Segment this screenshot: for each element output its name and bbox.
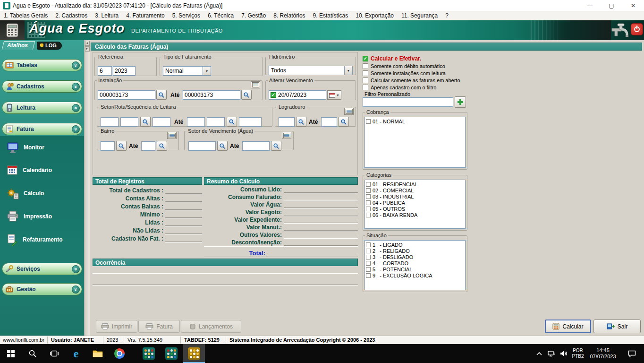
sidebar-item-gestao[interactable]: Gestão » [2,283,82,295]
fiorilli-app-icon-1[interactable] [138,344,160,363]
list-lookup-icon[interactable] [251,81,260,88]
sidebar-item-servicos[interactable]: Serviços » [2,263,82,275]
checkbox[interactable] [363,70,368,76]
sidebar-splitter[interactable]: ◄ ► [84,40,90,336]
checkbox[interactable] [366,207,371,211]
checkbox[interactable] [366,194,371,199]
menu-item-tecnica[interactable]: 6. Técnica [204,12,237,19]
checkbox[interactable] [363,78,368,83]
tray-expand-button[interactable] [534,344,545,363]
chevron-down-icon[interactable]: » [72,285,80,294]
menu-item-leitura[interactable]: 3. Leitura [91,12,122,19]
list-item[interactable]: 2 - RELIGADO [366,248,464,254]
instalacao-to-search-button[interactable] [241,90,252,100]
situacao-listbox[interactable]: 1 - LIGADO 2 - RELIGADO 3 - DESLIGADO 4 … [364,240,466,290]
checkbox[interactable] [366,188,371,193]
setor-vencimento-to-input[interactable] [242,141,270,151]
logradouro-from-input[interactable] [279,117,295,127]
referencia-year-input[interactable] [113,66,136,76]
option-instalacoes-com-leitura[interactable]: Somente instalações com leitura [363,70,446,76]
categorias-listbox[interactable]: 01 - RESIDENCIAL 02 - COMERCIAL 03 - IND… [364,180,466,229]
file-explorer-icon[interactable] [87,344,109,363]
instalacao-to-input[interactable] [183,90,240,100]
menu-item-servicos[interactable]: 5. Serviços [169,12,204,19]
date-picker-button[interactable]: ▼ [327,90,341,100]
sidebar-item-monitor[interactable]: Monitor [7,142,44,153]
referencia-month-input[interactable] [98,66,112,76]
sequencia-ate-input[interactable] [239,117,262,127]
tipo-faturamento-select[interactable]: Normal ▼ [163,66,211,76]
chevron-down-icon[interactable]: » [72,61,80,69]
checkbox[interactable] [366,273,371,278]
imprimir-button[interactable]: Imprimir [96,320,137,333]
list-item[interactable]: 06 - BAIXA RENDA [366,212,464,218]
network-icon[interactable] [546,344,557,363]
list-item[interactable]: 9 - EXCLUSÃO LÓGICA [366,272,464,278]
checkbox[interactable] [366,119,371,124]
splitter-expand-button[interactable]: ► [85,46,90,52]
checkbox[interactable] [363,85,368,90]
edge-browser-icon[interactable]: e [65,344,87,363]
sidebar-item-refaturamento[interactable]: Refaturamento [7,233,63,246]
setor-vencimento-from-input[interactable] [188,141,216,151]
action-center-icon[interactable] [622,344,641,363]
option-calcular-efetivar[interactable]: ✓ Calcular e Efetivar. [363,55,421,62]
logradouro-search-button[interactable] [296,117,306,127]
lancamentos-button[interactable]: Lançamentos [181,320,241,333]
power-exit-button[interactable] [631,23,643,35]
option-debito-automatico[interactable]: Somente com débito automático [363,63,445,69]
chevron-down-icon[interactable]: » [72,83,80,91]
chevron-up-icon[interactable]: » [72,125,80,133]
logradouro-to-input[interactable] [321,117,337,127]
chevron-down-icon[interactable]: » [72,265,80,273]
volume-icon[interactable] [558,344,569,363]
menu-item-gestao[interactable]: 7. Gestão [237,12,270,19]
list-item[interactable]: 1 - LIGADO [366,242,464,248]
rota-input[interactable] [120,117,138,127]
start-button[interactable] [0,344,22,363]
minimize-button[interactable]: — [579,0,601,11]
chrome-browser-icon[interactable] [109,344,130,363]
splitter-collapse-button[interactable]: ◄ [85,41,90,46]
bairro-to-input[interactable] [141,141,155,151]
filtro-personalizado-input[interactable] [363,97,453,107]
menu-item-faturamento[interactable]: 4. Faturamento [122,12,168,19]
list-item[interactable]: 4 - CORTADO [366,260,464,266]
menu-item-estatisticas[interactable]: 9. Estatísticas [309,12,352,19]
checkbox[interactable] [366,182,371,187]
menu-item-seguranca[interactable]: 11. Segurança [398,12,441,19]
checkbox[interactable] [366,200,371,205]
setor-input[interactable] [101,117,119,127]
sidebar-item-calculo[interactable]: Cálculo [7,187,44,199]
maximize-button[interactable]: ▢ [601,0,622,11]
taskbar-clock[interactable]: 14:45 07/07/2023 [587,344,619,363]
hidrometro-select[interactable]: Todos ▼ [269,66,353,75]
list-lookup-icon[interactable] [167,132,177,139]
option-cadastro-com-filtro[interactable]: Apenas cadastro com o filtro [363,85,436,90]
vencimento-date-field[interactable]: ✓ 20/07/2023 [269,90,326,100]
bairro-from-input[interactable] [101,141,115,151]
checkbox[interactable] [366,242,371,247]
menu-item-exportacao[interactable]: 10. Exportação [352,12,398,19]
language-indicator[interactable]: POR PTB2 [569,344,586,363]
menu-item-tabelas-gerais[interactable]: 1. Tabelas Gerais [0,12,51,19]
checkbox[interactable]: ✓ [363,56,368,61]
sidebar-item-leitura[interactable]: Leitura » [2,102,82,114]
menu-item-relatorios[interactable]: 8. Relatórios [270,12,309,19]
sidebar-item-cadastros[interactable]: Cadastros » [2,80,82,93]
fiorilli-app-icon-active[interactable] [183,344,205,363]
list-lookup-icon[interactable] [282,132,291,139]
sidebar-item-fatura[interactable]: Fatura » [2,123,82,135]
checkbox[interactable] [366,261,371,266]
close-button[interactable]: ✕ [622,0,644,11]
rota-ate-input[interactable] [207,117,225,127]
checkbox[interactable] [366,255,371,259]
task-view-button[interactable] [43,344,65,363]
list-lookup-icon[interactable] [344,108,354,115]
checkbox[interactable] [366,249,371,253]
logradouro-ate-search-button[interactable] [339,117,349,127]
list-item[interactable]: 3 - DESLIGADO [366,254,464,260]
log-button[interactable]: LOG [37,42,62,50]
bairro-search-button[interactable] [116,141,127,151]
bairro-ate-search-button[interactable] [157,141,167,151]
